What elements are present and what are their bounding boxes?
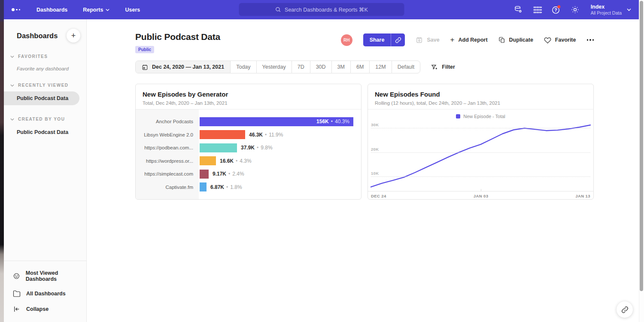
heart-icon — [544, 36, 551, 44]
footer-item-label: All Dashboards — [26, 291, 66, 297]
workspace-selector[interactable]: Index All Project Data — [591, 4, 631, 16]
bar[interactable] — [200, 143, 237, 152]
bar[interactable]: 156K•40.3% — [200, 117, 353, 126]
preset-12m[interactable]: 12M — [370, 61, 392, 73]
apps-grid-icon[interactable] — [532, 5, 542, 15]
bar-row: Anchor Podcasts156K•40.3% — [136, 115, 361, 128]
search-input[interactable]: Search Dashboards & Reports ⌘K — [239, 3, 404, 16]
y-tick-label: 20K — [371, 147, 379, 152]
preset-7d[interactable]: 7D — [292, 61, 310, 73]
folder-icon — [13, 290, 21, 298]
bar-row: https://podbean.com...37.9K•9.8% — [136, 141, 361, 155]
link-icon — [395, 37, 401, 43]
sidebar-item-public-podcast-data[interactable]: Public Podcast Data — [4, 125, 86, 139]
bar-row: Captivate.fm6.87K•1.8% — [136, 181, 361, 194]
gridline: 30K — [371, 128, 590, 128]
line-chart-card: New Episodes Found Rolling (12 hours), t… — [368, 84, 594, 200]
share-split-button: Share — [363, 33, 405, 46]
nav-item-reports[interactable]: Reports — [83, 7, 109, 13]
x-tick-label: JAN 13 — [575, 194, 590, 198]
duplicate-label: Duplicate — [509, 37, 533, 43]
plus-icon: + — [450, 36, 455, 43]
footer-item-label: Collapse — [26, 306, 49, 312]
bar-category-label: https://simplecast.com — [136, 171, 199, 176]
chevron-down-icon — [10, 55, 14, 58]
bar-value-label: 6.87K•1.8% — [210, 184, 242, 190]
chevron-down-icon — [627, 8, 631, 11]
filter-button[interactable]: Filter — [431, 64, 455, 71]
notification-badge — [557, 5, 560, 8]
more-options-button[interactable] — [587, 39, 594, 41]
scrollbar-thumb[interactable] — [640, 1, 643, 291]
favorite-button[interactable]: Favorite — [544, 36, 576, 44]
sidebar-item-public-podcast-data[interactable]: Public Podcast Data — [4, 91, 79, 105]
save-button[interactable]: Save — [416, 36, 439, 44]
sidebar-title: Dashboards — [17, 32, 58, 40]
duplicate-button[interactable]: Duplicate — [498, 36, 533, 43]
line-series — [371, 125, 590, 187]
bar[interactable] — [200, 182, 207, 191]
bar-row: https://simplecast.com9.17K•2.4% — [136, 167, 361, 181]
search-icon — [275, 6, 281, 12]
line-plot: 30K20K10K — [371, 121, 590, 191]
share-link-button[interactable] — [391, 33, 405, 46]
x-axis-tick — [481, 189, 481, 191]
bar-value-label: 16.6K•4.3% — [220, 158, 252, 164]
page-title: Public Podcast Data — [135, 32, 220, 42]
gridline: 20K — [371, 152, 590, 153]
floating-link-button[interactable] — [617, 301, 633, 318]
preset-yesterday[interactable]: Yesterday — [257, 61, 292, 73]
page-actions: RH Share Sav — [341, 33, 594, 46]
footer-item-label: Most Viewed Dashboards — [26, 270, 86, 282]
section-header-created-by-you[interactable]: CREATED BY YOU — [4, 117, 86, 122]
desktop-edge-strip — [0, 0, 4, 322]
preset-6m[interactable]: 6M — [351, 61, 370, 73]
nav-item-label: Reports — [83, 7, 103, 13]
bar[interactable] — [200, 170, 209, 179]
workspace-name: Index — [591, 4, 622, 10]
preset-3m[interactable]: 3M — [332, 61, 351, 73]
bar-chart-area[interactable]: Anchor Podcasts156K•40.3%Libsyn WebEngin… — [136, 109, 361, 199]
x-tick-label: JAN 03 — [474, 194, 489, 198]
date-range-button[interactable]: Dec 24, 2020 — Jan 13, 2021 — [136, 61, 231, 73]
add-report-label: Add Report — [459, 37, 488, 43]
section-header-recently-viewed[interactable]: RECENTLY VIEWED — [4, 83, 86, 88]
preset-default[interactable]: Default — [392, 61, 420, 73]
logo-dot — [16, 9, 18, 11]
main-content: Public Podcast Data Public RH Share — [87, 19, 639, 322]
new-dashboard-button[interactable]: + — [67, 29, 80, 43]
preset-today[interactable]: Today — [231, 61, 256, 73]
smiley-icon — [13, 272, 20, 280]
line-chart-area[interactable]: New Episode - Total 30K20K10K DEC 24 JAN… — [368, 109, 593, 199]
bar-chart-card: New Episodes by Generator Total, Dec 24t… — [135, 84, 361, 200]
bar-category-label: Libsyn WebEngine 2.0 — [136, 132, 199, 137]
collapse-sidebar-button[interactable]: Collapse — [4, 301, 86, 317]
bar-row: Libsyn WebEngine 2.046.3K•11.9% — [136, 128, 361, 142]
share-button[interactable]: Share — [363, 33, 391, 46]
bar-chart-rows: Anchor Podcasts156K•40.3%Libsyn WebEngin… — [136, 109, 361, 194]
nav-item-users[interactable]: Users — [125, 7, 140, 13]
x-axis — [368, 191, 593, 191]
avatar[interactable]: RH — [341, 34, 352, 46]
bar[interactable] — [200, 156, 216, 165]
duplicate-icon — [498, 36, 505, 43]
app-logo[interactable] — [12, 8, 20, 11]
add-report-button[interactable]: + Add Report — [450, 37, 488, 43]
section-header-favorites[interactable]: FAVORITES — [4, 54, 86, 59]
bar-category-label: Captivate.fm — [136, 185, 199, 190]
all-dashboards-button[interactable]: All Dashboards — [4, 286, 86, 301]
date-range-label: Dec 24, 2020 — Jan 13, 2021 — [152, 64, 224, 70]
most-viewed-dashboards-button[interactable]: Most Viewed Dashboards — [4, 266, 86, 286]
logo-dot — [12, 8, 15, 11]
gridline: 10K — [371, 176, 590, 177]
settings-icon[interactable] — [571, 5, 580, 14]
help-icon[interactable]: ? — [551, 5, 561, 15]
line-series-svg — [371, 121, 590, 191]
bar[interactable] — [200, 130, 245, 139]
save-label: Save — [427, 37, 439, 43]
data-sources-icon[interactable] — [514, 5, 523, 14]
date-range-bar: Dec 24, 2020 — Jan 13, 2021 Today Yester… — [135, 61, 420, 73]
chevron-down-icon — [106, 9, 109, 11]
nav-item-dashboards[interactable]: Dashboards — [36, 7, 67, 13]
preset-30d[interactable]: 30D — [310, 61, 332, 73]
